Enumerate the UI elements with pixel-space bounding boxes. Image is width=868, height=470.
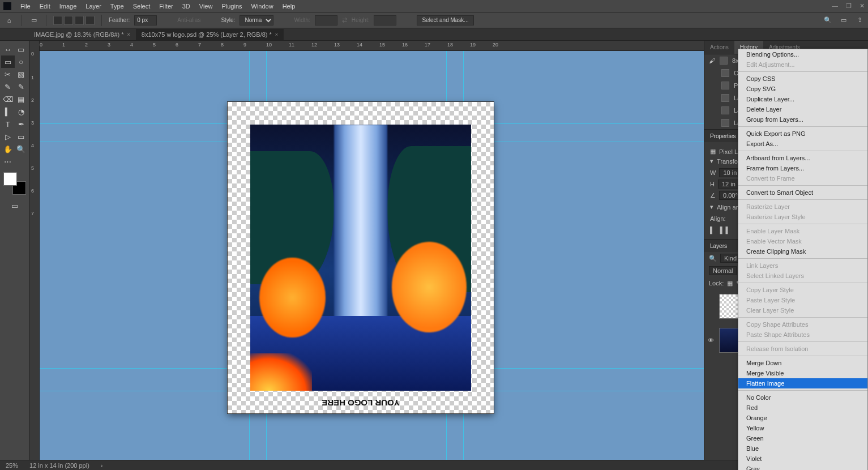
antialias-checkbox: Anti-alias [177,17,200,23]
align-right-icon[interactable]: ▌ [726,227,730,233]
window-minimize-button[interactable]: — [832,2,838,10]
lasso-tool[interactable]: ○ [15,55,28,68]
context-menu-item[interactable]: Red [738,403,867,413]
logo-text: YOUR LOGO HERE [228,398,494,408]
window-close-button[interactable]: ✕ [860,2,865,10]
context-menu-item[interactable]: Copy SVG [738,84,867,94]
height-value[interactable]: 12 in [718,180,739,189]
menu-view[interactable]: View [195,3,217,10]
context-menu-item: Enable Layer Mask [738,226,867,236]
menu-select[interactable]: Select [129,3,155,10]
context-menu-item[interactable]: Yellow [738,423,867,433]
move-tool[interactable]: ↔ [1,43,15,55]
quickmask-tool[interactable]: ▭ [1,199,28,212]
more-tools[interactable]: ⋯ [1,155,15,168]
menu-edit[interactable]: Edit [35,3,55,10]
eyedropper-tool[interactable]: ✎ [1,80,15,93]
selection-mode-icons[interactable] [53,16,95,25]
menu-image[interactable]: Image [55,3,82,10]
context-menu-item[interactable]: No Color [738,392,867,403]
context-menu-item[interactable]: Group from Layers... [738,114,867,125]
visibility-icon[interactable]: 👁 [708,337,716,344]
brush-tool[interactable]: ✎ [15,80,28,93]
menu-file[interactable]: File [16,3,35,10]
align-left-icon[interactable]: ▌ [710,227,715,233]
pen-tool[interactable]: ✒ [15,118,28,130]
chevron-right-icon[interactable]: › [101,462,103,469]
shape-tool[interactable]: ▭ [15,130,28,143]
artboard-tool[interactable]: ▭ [15,43,28,55]
context-menu-item[interactable]: Blue [738,443,867,454]
clone-tool[interactable]: ▍ [1,105,15,118]
context-menu-item: Copy Shape Attributes [738,319,867,330]
context-menu-item[interactable]: Flatten Image [738,378,867,388]
context-menu-item[interactable]: Green [738,433,867,443]
horizontal-ruler[interactable]: 01 23 45 67 89 1011 1213 1415 1617 1819 … [40,41,704,51]
menu-window[interactable]: Window [247,3,278,10]
type-tool[interactable]: T [1,118,15,130]
home-icon[interactable]: ⌂ [3,15,15,25]
swap-wh-icon: ⇄ [342,16,347,24]
frame-tool[interactable]: ▧ [15,68,28,80]
context-menu-item[interactable]: Gray [738,464,867,470]
history-brush-icon[interactable]: 🖌 [709,57,715,64]
crop-tool[interactable]: ✂ [1,68,15,80]
workspace-icon[interactable]: ▭ [839,15,849,25]
context-menu-item[interactable]: Merge Down [738,358,867,368]
blur-tool[interactable]: ◔ [15,105,28,118]
context-menu-item[interactable]: Copy CSS [738,74,867,84]
context-menu-item[interactable]: Create Clipping Mask [738,246,867,257]
artboard[interactable]: YOUR LOGO HERE [228,102,494,413]
hand-tool[interactable]: ✋ [1,143,15,155]
context-menu-item: Copy Layer Style [738,285,867,295]
eraser-tool[interactable]: ⌫ [1,93,15,105]
zoom-tool[interactable]: 🔍 [15,143,28,155]
context-menu-item[interactable]: Blending Options... [738,49,867,59]
menu-filter[interactable]: Filter [155,3,177,10]
context-menu-item[interactable]: Violet [738,454,867,464]
viewport[interactable]: YOUR LOGO HERE [40,51,704,460]
window-restore-button[interactable]: ❐ [846,2,852,10]
marquee-tool-icon[interactable]: ▭ [29,15,39,25]
close-icon[interactable]: × [127,32,130,37]
menu-plugins[interactable]: Plugins [217,3,246,10]
zoom-level[interactable]: 25% [6,462,18,469]
lock-icon[interactable]: ▦ [727,280,733,287]
context-menu-item: Rasterize Layer [738,202,867,212]
marquee-tool[interactable]: ▭ [1,55,15,68]
share-icon[interactable]: ⇪ [854,15,865,25]
vertical-ruler[interactable]: 01 23 45 67 [29,41,40,460]
context-menu-item[interactable]: Convert to Smart Object [738,187,867,198]
context-menu-item[interactable]: Artboard from Layers... [738,153,867,163]
context-menu-item: Convert to Frame [738,173,867,183]
context-menu-item[interactable]: Delete Layer [738,104,867,114]
context-menu-item[interactable]: Duplicate Layer... [738,94,867,104]
gradient-tool[interactable]: ▤ [15,93,28,105]
context-menu-item[interactable]: Orange [738,413,867,423]
menu-3d[interactable]: 3D [178,3,195,10]
context-menu-item[interactable]: Frame from Layers... [738,163,867,173]
align-label: Align: [710,215,726,222]
feather-label: Feather: [109,17,130,23]
doc-info[interactable]: 12 in x 14 in (200 ppi) [29,462,89,469]
close-icon[interactable]: × [275,32,278,37]
feather-input[interactable]: 0 px [134,15,157,25]
context-menu-item[interactable]: Quick Export as PNG [738,129,867,139]
search-icon[interactable]: 🔍 [823,15,833,25]
context-menu-item[interactable]: Merge Visible [738,368,867,378]
menu-type[interactable]: Type [106,3,129,10]
menu-help[interactable]: Help [278,3,300,10]
path-tool[interactable]: ▷ [1,130,15,143]
tab-actions[interactable]: Actions [704,41,734,54]
select-and-mask-button[interactable]: Select and Mask... [417,15,473,25]
foreground-color[interactable] [3,172,17,186]
style-select[interactable]: Normal [240,15,273,25]
blend-mode-select[interactable]: Normal [709,266,737,275]
tab-image-jpg[interactable]: IMAGE.jpg @ 18.3% (RGB/8#) *× [28,29,136,40]
menu-layer[interactable]: Layer [81,3,106,10]
align-center-icon[interactable]: ▐ [718,227,722,233]
color-swatches[interactable] [3,172,26,195]
context-menu-item[interactable]: Export As... [738,139,867,149]
height-label: Height: [352,17,370,23]
tab-psd[interactable]: 8x10x75 w logo.psd @ 25% (Layer 2, RGB/8… [136,29,284,40]
